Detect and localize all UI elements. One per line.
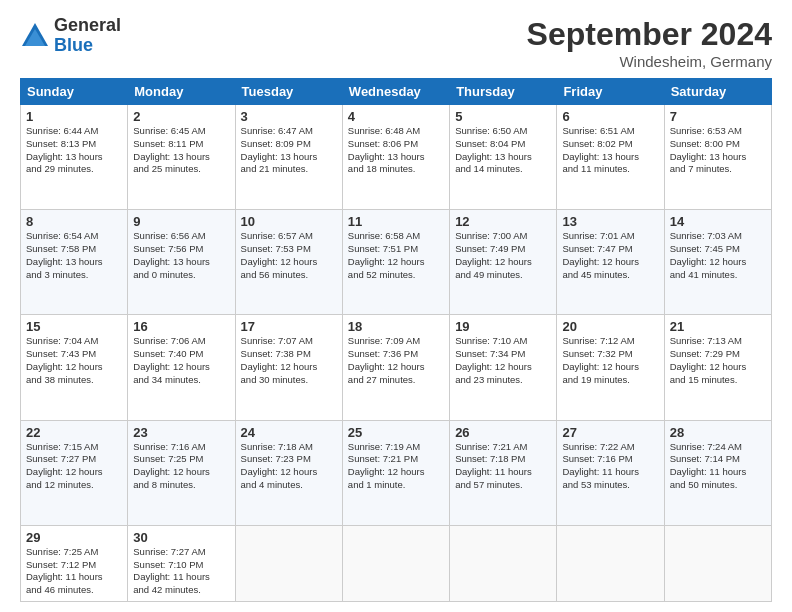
day-28: 28 Sunrise: 7:24 AMSunset: 7:14 PMDaylig… [664, 420, 771, 525]
day-19: 19 Sunrise: 7:10 AMSunset: 7:34 PMDaylig… [450, 315, 557, 420]
logo-general-text: General [54, 16, 121, 36]
col-thursday: Thursday [450, 79, 557, 105]
empty-cell-2 [342, 525, 449, 601]
week-row-5: 29 Sunrise: 7:25 AMSunset: 7:12 PMDaylig… [21, 525, 772, 601]
day-23: 23 Sunrise: 7:16 AMSunset: 7:25 PMDaylig… [128, 420, 235, 525]
day-3: 3 Sunrise: 6:47 AMSunset: 8:09 PMDayligh… [235, 105, 342, 210]
col-friday: Friday [557, 79, 664, 105]
day-5: 5 Sunrise: 6:50 AMSunset: 8:04 PMDayligh… [450, 105, 557, 210]
logo-blue-text: Blue [54, 36, 121, 56]
day-22: 22 Sunrise: 7:15 AMSunset: 7:27 PMDaylig… [21, 420, 128, 525]
title-block: September 2024 Windesheim, Germany [527, 16, 772, 70]
day-26: 26 Sunrise: 7:21 AMSunset: 7:18 PMDaylig… [450, 420, 557, 525]
header: General Blue September 2024 Windesheim, … [20, 16, 772, 70]
day-2: 2 Sunrise: 6:45 AMSunset: 8:11 PMDayligh… [128, 105, 235, 210]
col-tuesday: Tuesday [235, 79, 342, 105]
day-20: 20 Sunrise: 7:12 AMSunset: 7:32 PMDaylig… [557, 315, 664, 420]
week-row-4: 22 Sunrise: 7:15 AMSunset: 7:27 PMDaylig… [21, 420, 772, 525]
header-row: Sunday Monday Tuesday Wednesday Thursday… [21, 79, 772, 105]
day-7: 7 Sunrise: 6:53 AMSunset: 8:00 PMDayligh… [664, 105, 771, 210]
day-16: 16 Sunrise: 7:06 AMSunset: 7:40 PMDaylig… [128, 315, 235, 420]
subtitle: Windesheim, Germany [527, 53, 772, 70]
col-wednesday: Wednesday [342, 79, 449, 105]
logo-text: General Blue [54, 16, 121, 56]
day-12: 12 Sunrise: 7:00 AMSunset: 7:49 PMDaylig… [450, 210, 557, 315]
col-sunday: Sunday [21, 79, 128, 105]
day-13: 13 Sunrise: 7:01 AMSunset: 7:47 PMDaylig… [557, 210, 664, 315]
day-11: 11 Sunrise: 6:58 AMSunset: 7:51 PMDaylig… [342, 210, 449, 315]
day-9: 9 Sunrise: 6:56 AMSunset: 7:56 PMDayligh… [128, 210, 235, 315]
day-17: 17 Sunrise: 7:07 AMSunset: 7:38 PMDaylig… [235, 315, 342, 420]
day-14: 14 Sunrise: 7:03 AMSunset: 7:45 PMDaylig… [664, 210, 771, 315]
col-monday: Monday [128, 79, 235, 105]
empty-cell-3 [450, 525, 557, 601]
day-1: 1 Sunrise: 6:44 AMSunset: 8:13 PMDayligh… [21, 105, 128, 210]
day-6: 6 Sunrise: 6:51 AMSunset: 8:02 PMDayligh… [557, 105, 664, 210]
week-row-3: 15 Sunrise: 7:04 AMSunset: 7:43 PMDaylig… [21, 315, 772, 420]
day-8: 8 Sunrise: 6:54 AMSunset: 7:58 PMDayligh… [21, 210, 128, 315]
day-4: 4 Sunrise: 6:48 AMSunset: 8:06 PMDayligh… [342, 105, 449, 210]
empty-cell-4 [557, 525, 664, 601]
day-21: 21 Sunrise: 7:13 AMSunset: 7:29 PMDaylig… [664, 315, 771, 420]
week-row-1: 1 Sunrise: 6:44 AMSunset: 8:13 PMDayligh… [21, 105, 772, 210]
day-27: 27 Sunrise: 7:22 AMSunset: 7:16 PMDaylig… [557, 420, 664, 525]
day-15: 15 Sunrise: 7:04 AMSunset: 7:43 PMDaylig… [21, 315, 128, 420]
day-18: 18 Sunrise: 7:09 AMSunset: 7:36 PMDaylig… [342, 315, 449, 420]
col-saturday: Saturday [664, 79, 771, 105]
logo: General Blue [20, 16, 121, 56]
day-24: 24 Sunrise: 7:18 AMSunset: 7:23 PMDaylig… [235, 420, 342, 525]
day-25: 25 Sunrise: 7:19 AMSunset: 7:21 PMDaylig… [342, 420, 449, 525]
logo-icon [20, 21, 50, 51]
empty-cell-5 [664, 525, 771, 601]
week-row-2: 8 Sunrise: 6:54 AMSunset: 7:58 PMDayligh… [21, 210, 772, 315]
day-10: 10 Sunrise: 6:57 AMSunset: 7:53 PMDaylig… [235, 210, 342, 315]
page: General Blue September 2024 Windesheim, … [0, 0, 792, 612]
month-title: September 2024 [527, 16, 772, 53]
day-29: 29 Sunrise: 7:25 AMSunset: 7:12 PMDaylig… [21, 525, 128, 601]
day-30: 30 Sunrise: 7:27 AMSunset: 7:10 PMDaylig… [128, 525, 235, 601]
calendar-table: Sunday Monday Tuesday Wednesday Thursday… [20, 78, 772, 602]
empty-cell-1 [235, 525, 342, 601]
